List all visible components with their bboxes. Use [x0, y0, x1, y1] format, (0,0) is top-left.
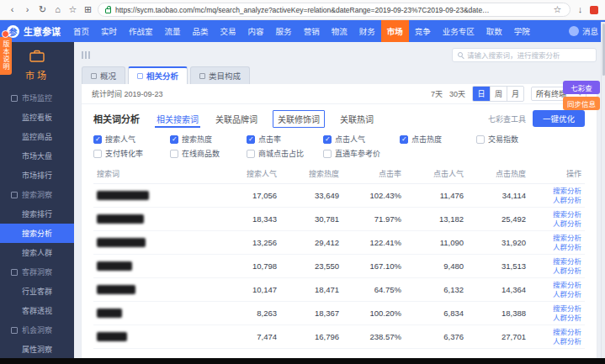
version-note-badge[interactable]: 版本说明 — [0, 37, 12, 75]
column-header-4[interactable]: 点击人气 — [405, 164, 467, 184]
address-bar[interactable]: https://sycm.taobao.com/mc/mq/search_ana… — [98, 3, 571, 17]
sidebar-item-label: 市场排行 — [22, 170, 52, 181]
date-quick-0[interactable]: 7天 — [431, 88, 443, 99]
crowd-analyze-link[interactable]: 人群分析 — [533, 219, 581, 229]
crowd-analyze-link[interactable]: 人群分析 — [533, 196, 581, 205]
keyword-search-box[interactable]: 请输入搜索词，进行搜索分析 — [452, 48, 597, 62]
nav-item-6[interactable]: 内容 — [242, 20, 270, 42]
extension-icon[interactable] — [590, 6, 598, 14]
messages-link[interactable]: 消息 — [582, 25, 598, 37]
bookmark-star-icon[interactable]: ☆ — [552, 5, 563, 14]
date-granularity-1[interactable]: 周 — [490, 87, 507, 101]
forward-icon[interactable]: › — [22, 5, 33, 14]
sidebar-item-1[interactable]: 监控看板 — [0, 108, 74, 127]
masked-search-term — [97, 238, 146, 247]
metric-8[interactable]: 商城点击占比 — [247, 146, 323, 161]
download-icon[interactable]: ↓ — [575, 5, 586, 14]
sidebar-item-7[interactable]: 搜索分析 — [0, 224, 74, 243]
page-scrollbar[interactable] — [601, 22, 605, 358]
column-header-3[interactable]: 点击率 — [342, 164, 405, 184]
search-analyze-link[interactable]: 搜索分析 — [533, 328, 581, 337]
nav-item-0[interactable]: 首页 — [67, 20, 95, 42]
search-analyze-link[interactable]: 搜索分析 — [533, 187, 581, 196]
metric-label: 交易指数 — [488, 134, 518, 145]
column-header-0[interactable]: 搜索词 — [93, 164, 218, 184]
column-header-6[interactable]: 操作 — [529, 164, 585, 184]
nav-item-3[interactable]: 流量 — [159, 20, 187, 42]
date-granularity-0[interactable]: 日 — [473, 87, 490, 101]
sidebar-item-9[interactable]: 客群洞察 — [0, 262, 74, 282]
nav-item-1[interactable]: 实时 — [95, 20, 123, 42]
search-analyze-link[interactable]: 搜索分析 — [533, 257, 581, 266]
metric-9[interactable]: 直通车参考价 — [323, 146, 400, 161]
float-button-0[interactable]: 七彩查 — [563, 81, 600, 94]
nav-item-7[interactable]: 服务 — [270, 20, 298, 42]
date-quick-1[interactable]: 30天 — [449, 88, 465, 99]
nav-item-10[interactable]: 财务 — [353, 20, 381, 42]
crowd-analyze-link[interactable]: 人群分析 — [533, 243, 581, 252]
page-tab-0[interactable]: 概况 — [82, 66, 125, 84]
crowd-analyze-link[interactable]: 人群分析 — [533, 337, 581, 346]
metric-1[interactable]: 搜索热度 — [170, 132, 247, 146]
home-icon[interactable]: ⌂ — [52, 5, 63, 14]
page-tab-2[interactable]: 类目构成 — [190, 66, 250, 84]
page-tab-1[interactable]: 相关分析 — [128, 66, 188, 84]
column-header-5[interactable]: 点击热度 — [467, 164, 529, 184]
search-analyze-link[interactable]: 搜索分析 — [533, 234, 581, 243]
apps-grid-icon[interactable]: ⊞ — [82, 5, 93, 14]
notification-dot-icon — [2, 30, 9, 38]
sidebar-item-8[interactable]: 搜索人群 — [0, 243, 74, 262]
one-key-optimize-button[interactable]: 一键优化 — [533, 110, 585, 127]
column-header-2[interactable]: 搜索热度 — [280, 164, 342, 184]
sidebar-item-10[interactable]: 行业客群 — [0, 282, 74, 301]
nav-item-2[interactable]: 作战室 — [123, 20, 159, 42]
sidebar-item-0[interactable]: 市场监控 — [0, 88, 74, 108]
sidebar-item-12[interactable]: 机会洞察 — [0, 320, 74, 340]
nav-item-12[interactable]: 竞争 — [409, 20, 437, 42]
avatar[interactable] — [569, 26, 579, 36]
sidebar-item-11[interactable]: 客群透视 — [0, 301, 74, 320]
nav-item-14[interactable]: 取数 — [480, 20, 508, 42]
relation-tab-1[interactable]: 关联品牌词 — [214, 110, 259, 128]
sidebar-item-13[interactable]: 属性洞察 — [0, 340, 74, 359]
crowd-analyze-link[interactable]: 人群分析 — [533, 290, 581, 299]
sidebar-item-6[interactable]: 搜索排行 — [0, 204, 74, 224]
nav-item-13[interactable]: 业务专区 — [437, 20, 480, 42]
search-analyze-link[interactable]: 搜索分析 — [533, 210, 581, 219]
sidebar-item-3[interactable]: 市场大盘 — [0, 146, 74, 166]
nav-item-11[interactable]: 市场 — [381, 20, 409, 42]
search-analyze-link[interactable]: 搜索分析 — [533, 304, 581, 314]
nav-item-8[interactable]: 营销 — [298, 20, 326, 42]
star-icon[interactable]: ☆ — [67, 5, 78, 14]
metric-6[interactable]: 支付转化率 — [93, 146, 170, 161]
float-button-1[interactable]: 同步信息 — [563, 97, 600, 110]
metric-3[interactable]: 点击人气 — [323, 132, 400, 146]
crowd-analyze-link[interactable]: 人群分析 — [533, 266, 581, 276]
sidebar-item-2[interactable]: 监控商品 — [0, 127, 74, 146]
metric-0[interactable]: 搜索人气 — [93, 132, 170, 146]
sidebar-item-5[interactable]: 搜索洞察 — [0, 185, 74, 204]
relation-tab-0[interactable]: 相关搜索词 — [155, 110, 200, 128]
scrollbar-thumb[interactable] — [602, 24, 605, 76]
metric-7[interactable]: 在线商品数 — [170, 146, 247, 161]
date-granularity-2[interactable]: 月 — [507, 87, 523, 101]
nav-item-4[interactable]: 品类 — [187, 20, 215, 42]
layout-columns-icon[interactable] — [82, 51, 90, 59]
back-icon[interactable]: ‹ — [7, 5, 18, 14]
refresh-icon[interactable]: ↻ — [37, 5, 48, 14]
crowd-analyze-link[interactable]: 人群分析 — [533, 314, 581, 323]
metric-2[interactable]: 点击率 — [247, 132, 323, 146]
brand-name[interactable]: 生意参谋 — [24, 24, 61, 38]
nav-item-5[interactable]: 交易 — [215, 20, 242, 42]
metric-5[interactable]: 交易指数 — [476, 132, 553, 146]
relation-tab-2[interactable]: 关联修饰词 — [273, 110, 325, 128]
relation-tab-3[interactable]: 关联热词 — [338, 110, 375, 128]
nav-item-9[interactable]: 物流 — [326, 20, 353, 42]
search-analyze-link[interactable]: 搜索分析 — [533, 281, 581, 290]
related-words-table: 搜索词搜索人气搜索热度点击率点击人气点击热度操作 17,05633,649102… — [93, 164, 585, 349]
metric-4[interactable]: 点击热度 — [400, 132, 476, 146]
search-term-cell — [93, 325, 218, 349]
nav-item-15[interactable]: 学院 — [508, 20, 536, 42]
sidebar-item-4[interactable]: 市场排行 — [0, 166, 74, 185]
column-header-1[interactable]: 搜索人气 — [218, 164, 280, 184]
